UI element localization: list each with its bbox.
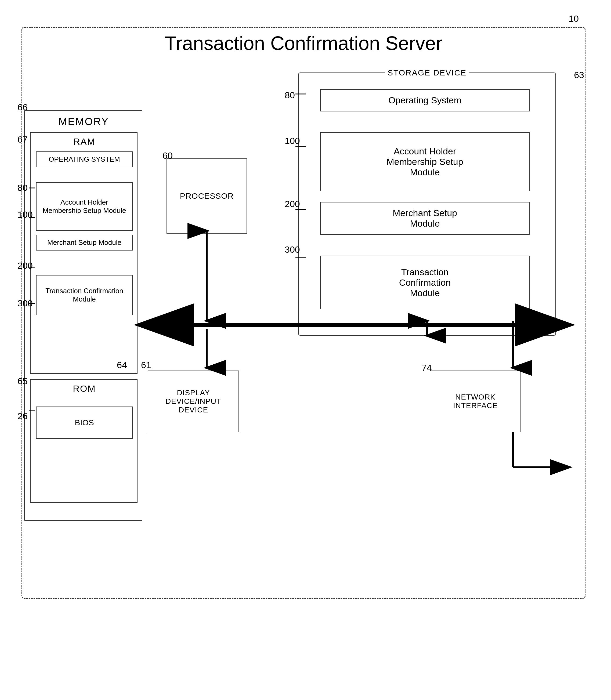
main-title: Transaction Confirmation Server	[16, 32, 591, 54]
ref-200-ram: 200	[17, 260, 33, 271]
ref-74: 74	[422, 363, 432, 373]
ram-merchant-label: Merchant Setup Module	[47, 239, 121, 246]
ref-80-ram: 80	[17, 183, 28, 193]
network-box: NETWORKINTERFACE	[430, 370, 521, 432]
display-label: DISPLAYDEVICE/INPUTDEVICE	[165, 389, 221, 414]
diagram-container: 10 Transaction Confirmation Server 63 ST…	[16, 11, 595, 655]
rom-label: ROM	[31, 383, 138, 394]
storage-ah-box: Account HolderMembership SetupModule	[320, 132, 530, 191]
ram-txn-box: Transaction ConfirmationModule	[36, 275, 133, 315]
ref-100-storage: 100	[285, 136, 300, 146]
ref-100-ram: 100	[17, 210, 33, 220]
storage-txn-box: TransactionConfirmationModule	[320, 256, 530, 309]
storage-device-box: STORAGE DEVICE Operating System Account …	[298, 73, 556, 336]
ram-ah-box: Account HolderMembership Setup Module	[36, 182, 133, 231]
ref-300-ram: 300	[17, 298, 33, 308]
ref-64: 64	[117, 360, 127, 370]
processor-label: PROCESSOR	[180, 192, 234, 201]
ref-200-storage: 200	[285, 199, 300, 209]
processor-box: PROCESSOR	[166, 158, 247, 233]
ram-box: RAM OPERATING SYSTEM Account HolderMembe…	[30, 132, 137, 374]
memory-box: MEMORY RAM OPERATING SYSTEM Account Hold…	[24, 110, 142, 521]
ref-67: 67	[17, 134, 28, 145]
display-box: DISPLAYDEVICE/INPUTDEVICE	[148, 370, 239, 432]
ref-300-storage: 300	[285, 244, 300, 255]
ram-label: RAM	[31, 136, 138, 147]
ram-txn-label: Transaction ConfirmationModule	[45, 287, 123, 303]
bios-box: BIOS	[36, 407, 133, 439]
bios-label: BIOS	[75, 418, 94, 427]
rom-box: ROM BIOS	[30, 379, 137, 503]
network-label: NETWORKINTERFACE	[453, 393, 498, 410]
ref-63: 63	[574, 70, 584, 80]
ram-os-box: OPERATING SYSTEM	[36, 151, 133, 167]
ref-26: 26	[17, 411, 28, 421]
storage-ah-label: Account HolderMembership SetupModule	[386, 146, 463, 178]
memory-label: MEMORY	[25, 116, 143, 127]
ref-60: 60	[163, 150, 173, 161]
ram-os-label: OPERATING SYSTEM	[49, 155, 120, 163]
storage-merchant-label: Merchant SetupModule	[393, 208, 457, 228]
ref-10: 10	[569, 13, 579, 24]
ref-65: 65	[17, 376, 28, 386]
ram-merchant-box: Merchant Setup Module	[36, 235, 133, 250]
storage-os-box: Operating System	[320, 89, 530, 111]
storage-merchant-box: Merchant SetupModule	[320, 202, 530, 235]
storage-device-label: STORAGE DEVICE	[385, 68, 469, 77]
storage-txn-label: TransactionConfirmationModule	[399, 267, 451, 298]
ram-ah-label: Account HolderMembership Setup Module	[43, 198, 126, 215]
ref-66: 66	[17, 102, 28, 112]
ref-80-storage: 80	[285, 90, 295, 101]
ref-61: 61	[141, 360, 151, 370]
storage-os-label: Operating System	[388, 95, 461, 105]
